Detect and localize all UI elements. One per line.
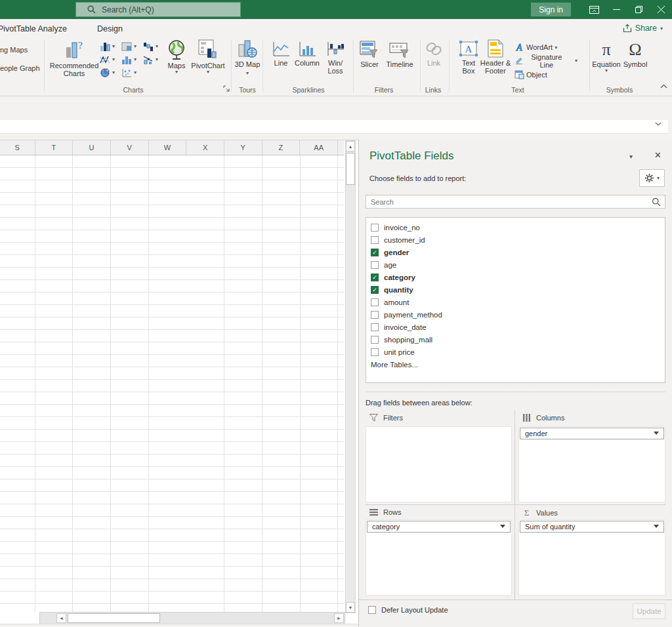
insert-statistic-chart-button[interactable]: ▾	[121, 53, 143, 66]
maps-button[interactable]: Maps ▾	[164, 39, 189, 74]
column-header-S[interactable]: S	[0, 140, 35, 155]
equation-button[interactable]: π Equation ▾	[591, 39, 621, 73]
search-box[interactable]: Search (Alt+Q)	[75, 2, 241, 17]
area-pill-sum-of-quantity[interactable]: Sum of quantity	[520, 521, 664, 533]
share-button[interactable]: Share ▾	[619, 22, 667, 35]
column-header-Y[interactable]: Y	[224, 140, 262, 155]
scroll-right-button[interactable]: ►	[334, 613, 344, 623]
vertical-scrollbar[interactable]: ▲ ▼	[345, 140, 356, 613]
column-header-X[interactable]: X	[186, 140, 224, 155]
pane-divider[interactable]	[358, 140, 359, 627]
close-button[interactable]	[650, 0, 672, 19]
field-item-amount[interactable]: amount	[366, 296, 665, 308]
pane-close-button[interactable]: ✕	[654, 150, 662, 160]
expand-formula-bar-button[interactable]	[655, 122, 662, 126]
tab-design[interactable]: Design	[94, 24, 126, 33]
ribbon-display-options-button[interactable]	[583, 0, 605, 19]
values-area-box[interactable]: Sum of quantity	[518, 519, 665, 596]
minimize-button[interactable]	[605, 0, 627, 19]
horizontal-scrollbar[interactable]: ◄ ►	[39, 612, 345, 624]
text-box-button[interactable]: A Text Box	[457, 39, 480, 75]
field-checkbox[interactable]	[371, 261, 379, 269]
chevron-down-icon[interactable]	[500, 525, 505, 528]
rows-area-box[interactable]: category	[366, 519, 512, 596]
field-item-shopping-mall[interactable]: shopping_mall	[366, 333, 665, 346]
insert-waterfall-chart-button[interactable]: ▾	[143, 40, 165, 52]
field-item-payment-method[interactable]: payment_method	[366, 308, 665, 321]
pivotchart-button[interactable]: PivotChart ▾	[190, 39, 226, 74]
field-checkbox[interactable]	[371, 236, 379, 244]
scroll-left-button[interactable]: ◄	[56, 613, 66, 623]
insert-line-chart-button[interactable]: ▾	[100, 53, 121, 66]
insert-combo-chart-button[interactable]: ▾	[143, 53, 165, 66]
column-header-T[interactable]: T	[35, 140, 74, 155]
field-checkbox[interactable]: ✓	[371, 286, 379, 294]
restore-button[interactable]	[627, 0, 650, 19]
chevron-down-icon[interactable]	[654, 525, 659, 528]
wordart-button[interactable]: A WordArt▾	[514, 41, 557, 54]
field-item-customer-id[interactable]: customer_id	[366, 233, 665, 246]
field-checkbox[interactable]	[371, 336, 379, 344]
field-checkbox[interactable]	[371, 298, 379, 306]
timeline-button[interactable]: Timeline	[385, 41, 415, 68]
field-checkbox[interactable]	[371, 311, 379, 319]
insert-column-chart-button[interactable]: ▾	[100, 40, 121, 52]
chevron-down-icon: ▾	[246, 70, 249, 76]
scroll-up-button[interactable]: ▲	[346, 141, 355, 152]
field-item-unit-price[interactable]: unit price	[366, 346, 665, 358]
bing-maps-button[interactable]: ng Maps	[0, 46, 28, 54]
formula-bar[interactable]	[0, 120, 668, 134]
field-search-input[interactable]	[366, 197, 652, 207]
column-header-AA[interactable]: AA	[300, 140, 338, 155]
insert-hierarchy-chart-button[interactable]: ▾	[121, 40, 143, 52]
field-search-box[interactable]	[366, 195, 665, 209]
area-pill-gender[interactable]: gender	[520, 428, 664, 439]
signature-line-button[interactable]: Signature Line▾	[514, 54, 578, 68]
insert-pie-chart-button[interactable]: ▾	[100, 66, 121, 79]
3d-map-button[interactable]: 3D Map ▾	[234, 39, 261, 76]
symbol-button[interactable]: Ω Symbol	[621, 39, 650, 68]
sign-in-button[interactable]: Sign in	[531, 3, 571, 16]
insert-scatter-chart-button[interactable]: ▾	[121, 66, 143, 79]
collapse-ribbon-button[interactable]	[660, 84, 667, 89]
field-item-category[interactable]: ✓category	[366, 271, 665, 283]
column-header-V[interactable]: V	[111, 140, 149, 155]
filters-area-box[interactable]	[366, 426, 512, 502]
tools-button[interactable]: ▾	[639, 169, 665, 187]
tab-pivottable-analyze[interactable]: PivotTable Analyze	[0, 24, 70, 33]
column-header-Z[interactable]: Z	[262, 140, 301, 155]
column-header-U[interactable]: U	[73, 140, 111, 155]
field-item-quantity[interactable]: ✓quantity	[366, 283, 665, 296]
field-checkbox[interactable]	[371, 348, 379, 356]
charts-dialog-launcher[interactable]	[223, 85, 230, 92]
field-item-gender[interactable]: ✓gender	[366, 246, 665, 258]
pane-splitter[interactable]	[366, 392, 665, 392]
field-item-invoice-no[interactable]: invoice_no	[366, 221, 665, 233]
field-checkbox[interactable]	[371, 224, 379, 232]
slicer-button[interactable]: Slicer	[356, 41, 383, 68]
more-tables-link[interactable]: More Tables...	[366, 358, 665, 369]
field-checkbox[interactable]: ✓	[371, 273, 379, 281]
sheet-grid[interactable]	[0, 155, 344, 612]
pane-options-button[interactable]: ▾	[629, 153, 633, 160]
people-graph-button[interactable]: eople Graph	[0, 64, 40, 72]
header-footer-button[interactable]: Header & Footer	[480, 39, 511, 75]
svg-text:π: π	[602, 40, 610, 59]
column-sparkline-button[interactable]: Column	[293, 41, 322, 67]
defer-layout-checkbox[interactable]	[368, 606, 376, 614]
field-item-age[interactable]: age	[366, 258, 665, 271]
horizontal-scroll-thumb[interactable]	[68, 613, 160, 623]
columns-area-box[interactable]: gender	[518, 426, 665, 502]
object-button[interactable]: Object	[514, 68, 547, 81]
scroll-down-button[interactable]: ▼	[346, 602, 355, 613]
line-sparkline-button[interactable]: Line	[269, 41, 293, 67]
win-loss-sparkline-button[interactable]: Win/ Loss	[322, 41, 348, 75]
chevron-down-icon[interactable]	[654, 432, 659, 435]
recommended-charts-button[interactable]: ? Recommended Charts	[50, 39, 98, 77]
column-header-W[interactable]: W	[149, 140, 187, 155]
field-item-invoice-date[interactable]: invoice_date	[366, 321, 665, 333]
vertical-scroll-thumb[interactable]	[346, 153, 355, 185]
field-checkbox[interactable]	[371, 323, 379, 331]
area-pill-category[interactable]: category	[367, 521, 511, 533]
field-checkbox[interactable]: ✓	[371, 249, 379, 256]
